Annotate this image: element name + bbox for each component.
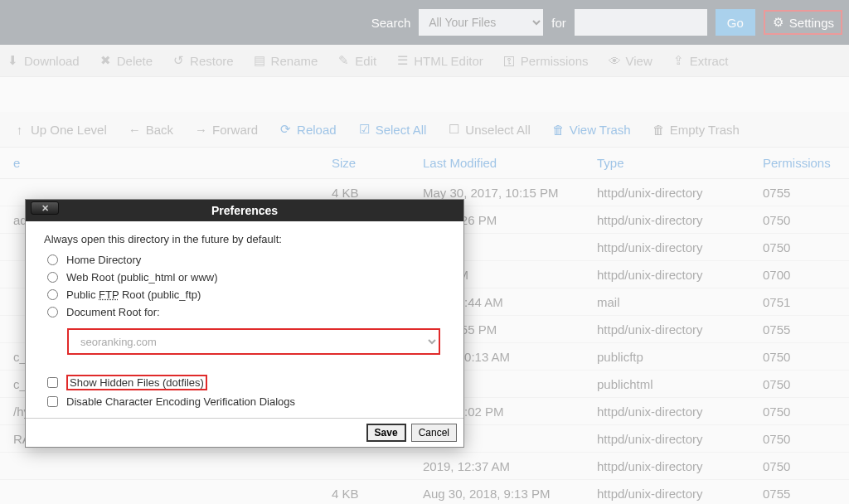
select-all-icon: ☑ [358, 122, 371, 137]
cell-permissions: 0750 [763, 432, 849, 446]
reload-button[interactable]: ⟳Reload [279, 122, 337, 137]
settings-button[interactable]: ⚙ Settings [764, 10, 842, 35]
dialog-titlebar[interactable]: ✕ Preferences [26, 200, 463, 221]
cell-type: httpd/unix-directory [597, 432, 763, 446]
eye-icon: 👁 [609, 54, 621, 68]
back-icon: ← [129, 123, 141, 137]
radio-document-root-input[interactable] [47, 307, 58, 317]
col-modified[interactable]: Last Modified [423, 156, 597, 170]
empty-trash-button[interactable]: 🗑Empty Trash [653, 122, 740, 137]
cell-permissions: 0755 [763, 487, 849, 501]
radio-home-directory[interactable]: Home Directory [47, 254, 445, 266]
dialog-title: Preferences [211, 204, 278, 217]
search-label: Search [371, 16, 411, 30]
settings-label: Settings [789, 16, 834, 30]
cell-permissions: 0750 [763, 459, 849, 473]
table-row[interactable]: 4 KBAug 30, 2018, 9:13 PMhttpd/unix-dire… [0, 480, 849, 504]
cell-permissions: 0750 [763, 405, 849, 419]
unselect-all-icon: ☐ [448, 122, 460, 137]
cell-type: httpd/unix-directory [597, 405, 763, 419]
forward-icon: → [195, 123, 207, 137]
edit-icon: ✎ [337, 53, 350, 68]
checkbox-disable-encoding-input[interactable] [47, 396, 58, 407]
file-table-header: e Size Last Modified Type Permissions [0, 148, 849, 179]
permissions-button[interactable]: ⚿Permissions [503, 53, 589, 68]
forward-button[interactable]: →Forward [195, 122, 258, 137]
cell-type: publicftp [597, 350, 763, 364]
download-icon: ⬇ [7, 53, 19, 68]
radio-document-root[interactable]: Document Root for: [47, 306, 445, 318]
search-scope-select[interactable]: All Your Files [419, 9, 543, 36]
cell-type: httpd/unix-directory [597, 268, 763, 282]
go-button[interactable]: Go [716, 9, 755, 36]
extract-button[interactable]: ⇪Extract [672, 53, 729, 68]
cell-type: httpd/unix-directory [597, 487, 763, 501]
navigation-toolbar: ↑Up One Level ←Back →Forward ⟳Reload ☑Se… [0, 112, 849, 148]
reload-icon: ⟳ [279, 122, 292, 137]
file-action-toolbar: ⬇Download ✖Delete ↺Restore ▤Rename ✎Edit… [0, 45, 849, 77]
key-icon: ⚿ [503, 54, 516, 68]
checkbox-disable-encoding[interactable]: Disable Character Encoding Verification … [47, 395, 445, 408]
close-icon[interactable]: ✕ [31, 201, 59, 215]
trash-icon: 🗑 [552, 123, 565, 137]
col-name[interactable]: e [0, 156, 332, 170]
cell-permissions: 0751 [763, 295, 849, 309]
rename-icon: ▤ [254, 53, 266, 68]
view-trash-button[interactable]: 🗑View Trash [552, 122, 631, 137]
gear-icon: ⚙ [772, 15, 784, 30]
col-permissions[interactable]: Permissions [763, 156, 849, 170]
table-row[interactable]: 2019, 12:37 AMhttpd/unix-directory0750 [0, 453, 849, 480]
preferences-dialog: ✕ Preferences Always open this directory… [25, 199, 464, 448]
document-root-select[interactable]: seoranking.com [67, 328, 440, 355]
radio-home-directory-input[interactable] [47, 254, 58, 265]
search-input[interactable] [575, 9, 707, 36]
radio-web-root-input[interactable] [47, 272, 58, 283]
restore-icon: ↺ [172, 53, 185, 68]
extract-icon: ⇪ [672, 53, 685, 68]
trash-icon: 🗑 [653, 123, 665, 137]
cell-permissions: 0750 [763, 350, 849, 364]
up-icon: ↑ [13, 123, 26, 137]
checkbox-show-hidden-input[interactable] [47, 377, 58, 388]
html-editor-button[interactable]: ☰HTML Editor [396, 53, 483, 68]
restore-button[interactable]: ↺Restore [172, 53, 234, 68]
cell-type: httpd/unix-directory [597, 322, 763, 337]
cell-permissions: 0700 [763, 268, 849, 282]
delete-button[interactable]: ✖Delete [99, 53, 153, 68]
cell-modified: Aug 30, 2018, 9:13 PM [423, 487, 597, 501]
radio-web-root[interactable]: Web Root (public_html or www) [47, 271, 445, 284]
dialog-footer: Save Cancel [26, 418, 463, 447]
col-size[interactable]: Size [332, 156, 423, 170]
cell-modified: 2019, 12:37 AM [423, 459, 597, 473]
cell-size: 4 KB [332, 186, 423, 200]
rename-button[interactable]: ▤Rename [254, 53, 318, 68]
col-type[interactable]: Type [597, 156, 763, 170]
cell-permissions: 0750 [763, 377, 849, 391]
cancel-button[interactable]: Cancel [411, 424, 457, 442]
download-button[interactable]: ⬇Download [7, 53, 80, 68]
cell-type: publichtml [597, 377, 763, 391]
view-button[interactable]: 👁View [609, 53, 653, 68]
cell-type: httpd/unix-directory [597, 186, 763, 200]
cell-type: httpd/unix-directory [597, 459, 763, 473]
dialog-intro: Always open this directory in the future… [44, 233, 445, 245]
edit-button[interactable]: ✎Edit [337, 53, 376, 68]
dialog-body: Always open this directory in the future… [26, 221, 463, 418]
checkbox-show-hidden[interactable]: Show Hidden Files (dotfiles) [47, 375, 445, 390]
up-one-level-button[interactable]: ↑Up One Level [13, 122, 107, 137]
radio-public-ftp-input[interactable] [47, 289, 58, 300]
cell-modified: May 30, 2017, 10:15 PM [423, 186, 597, 200]
cell-type: httpd/unix-directory [597, 213, 763, 227]
cell-size: 4 KB [332, 487, 423, 501]
cell-permissions: 0750 [763, 240, 849, 254]
cell-permissions: 0755 [763, 186, 849, 200]
save-button[interactable]: Save [366, 424, 406, 442]
unselect-all-button[interactable]: ☐Unselect All [448, 122, 530, 137]
select-all-button[interactable]: ☑Select All [358, 122, 427, 137]
radio-public-ftp[interactable]: Public FTP Root (public_ftp) [47, 288, 445, 301]
html-editor-icon: ☰ [396, 53, 409, 68]
back-button[interactable]: ←Back [129, 122, 173, 137]
cell-permissions: 0750 [763, 213, 849, 227]
cell-type: httpd/unix-directory [597, 240, 763, 254]
top-search-bar: Search All Your Files for Go ⚙ Settings [0, 0, 849, 45]
